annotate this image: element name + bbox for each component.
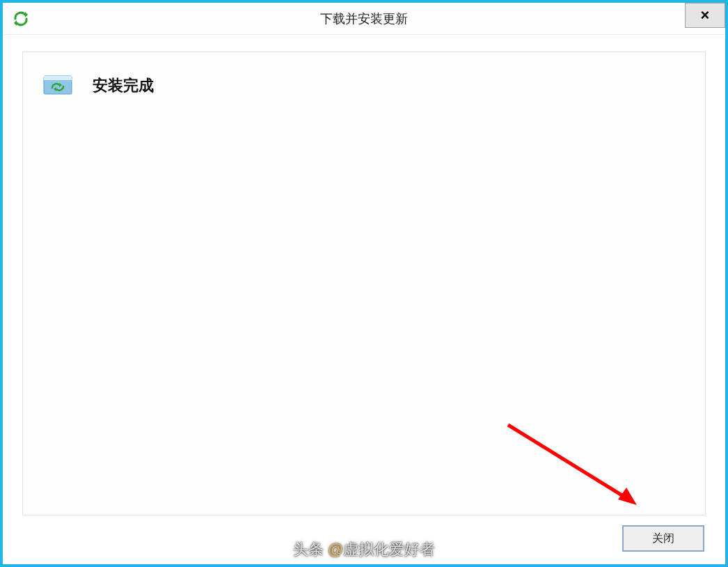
refresh-arrows-icon (13, 10, 29, 27)
titlebar: 下载并安装更新 × (3, 3, 725, 35)
dialog-window: 下载并安装更新 × 安装完成 (0, 0, 728, 567)
content-area: 安装完成 关闭 (3, 35, 725, 564)
svg-rect-3 (44, 76, 72, 80)
dialog-footer: 关闭 (22, 525, 706, 552)
close-button[interactable]: 关闭 (622, 525, 704, 552)
window-close-button[interactable]: × (685, 3, 725, 28)
window-title: 下载并安装更新 (3, 10, 725, 27)
status-row: 安装完成 (42, 73, 686, 98)
main-panel: 安装完成 (22, 52, 706, 515)
install-complete-icon (42, 73, 73, 98)
status-heading: 安装完成 (93, 75, 154, 96)
close-icon: × (701, 8, 710, 23)
svg-marker-1 (14, 20, 17, 26)
svg-marker-0 (25, 12, 28, 17)
